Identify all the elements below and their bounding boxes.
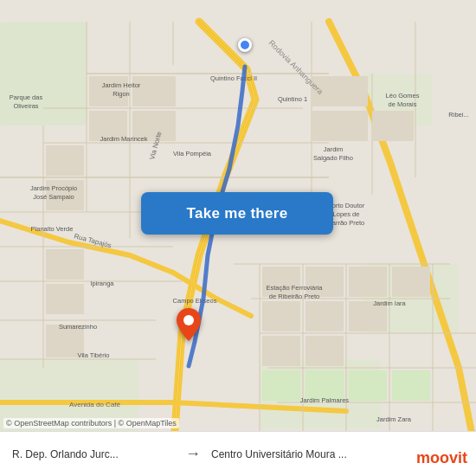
svg-text:José Sampaio: José Sampaio — [33, 193, 74, 201]
svg-text:Jardim Palmares: Jardim Palmares — [300, 396, 350, 404]
svg-rect-50 — [392, 267, 430, 297]
svg-rect-45 — [262, 301, 300, 331]
origin-marker — [238, 38, 252, 52]
svg-rect-39 — [46, 145, 84, 176]
svg-point-89 — [183, 315, 194, 325]
svg-rect-48 — [349, 267, 387, 297]
svg-text:de Morais: de Morais — [389, 100, 417, 108]
svg-text:Sumarezinho: Sumarezinho — [59, 323, 97, 331]
svg-text:Barrão Preto: Barrão Preto — [328, 219, 365, 227]
svg-text:Porto Doutor: Porto Doutor — [328, 202, 365, 209]
bottom-bar: R. Dep. Orlando Jurc... → Centro Univers… — [0, 431, 476, 476]
svg-text:Jardim: Jardim — [324, 145, 344, 153]
moovit-logo: moovit — [416, 449, 467, 467]
svg-text:Jardim Procópio: Jardim Procópio — [30, 184, 77, 192]
map-container: Rodovia Anhanguera Via Norte Rua Tapajós… — [0, 0, 476, 476]
svg-text:Vila Pompéia: Vila Pompéia — [173, 150, 212, 158]
svg-text:Parque das: Parque das — [10, 93, 43, 101]
svg-text:Jardim Iara: Jardim Iara — [373, 299, 406, 307]
app: Rodovia Anhanguera Via Norte Rua Tapajós… — [0, 0, 476, 476]
svg-rect-47 — [306, 301, 344, 331]
moovit-logo-text: moovit — [416, 449, 467, 467]
svg-text:Quintino 1: Quintino 1 — [278, 95, 307, 103]
svg-rect-1 — [0, 22, 87, 125]
svg-text:Vila Tibério: Vila Tibério — [78, 351, 110, 359]
route-to-value: Centro Universitário Moura ... — [211, 448, 374, 460]
svg-text:Lopes de: Lopes de — [333, 210, 360, 218]
svg-text:Ribei...: Ribei... — [448, 111, 468, 119]
svg-text:Jardim Heitor: Jardim Heitor — [102, 81, 141, 89]
svg-text:Rigon: Rigon — [113, 90, 130, 98]
svg-text:Estação Ferroviária: Estação Ferroviária — [266, 284, 323, 292]
route-from: R. Dep. Orlando Jurc... — [7, 445, 180, 464]
destination-marker — [176, 308, 202, 344]
svg-rect-56 — [392, 370, 430, 401]
svg-text:Oliveiras: Oliveiras — [13, 102, 38, 110]
svg-text:Jardim Zara: Jardim Zara — [376, 415, 412, 423]
take-me-there-button[interactable]: Take me there — [141, 192, 333, 235]
svg-text:Campo Elíseos: Campo Elíseos — [173, 297, 217, 305]
arrow-icon: → — [180, 445, 206, 463]
map-attribution: © OpenStreetMap contributors | © OpenMap… — [3, 418, 179, 428]
svg-text:Planalto Verde: Planalto Verde — [31, 225, 74, 233]
svg-text:Salgado Filho: Salgado Filho — [313, 154, 353, 162]
svg-text:Léo Gomes: Léo Gomes — [386, 92, 420, 100]
svg-rect-42 — [46, 284, 84, 314]
svg-text:Avenida do Café: Avenida do Café — [69, 401, 121, 408]
svg-text:de Ribeirão Preto: de Ribeirão Preto — [269, 293, 319, 300]
svg-text:Quintino Facci II: Quintino Facci II — [210, 74, 257, 82]
svg-rect-53 — [262, 370, 300, 401]
svg-text:Jardim Marincek: Jardim Marincek — [100, 135, 147, 143]
svg-rect-55 — [349, 370, 387, 401]
route-to: Centro Universitário Moura ... — [206, 445, 379, 464]
svg-rect-52 — [306, 336, 344, 366]
svg-rect-51 — [262, 336, 300, 366]
svg-text:Ipiranga: Ipiranga — [90, 280, 114, 287]
svg-rect-38 — [372, 111, 414, 141]
svg-rect-37 — [312, 111, 368, 141]
route-from-value: R. Dep. Orlando Jurc... — [12, 448, 175, 460]
svg-rect-41 — [46, 249, 84, 280]
